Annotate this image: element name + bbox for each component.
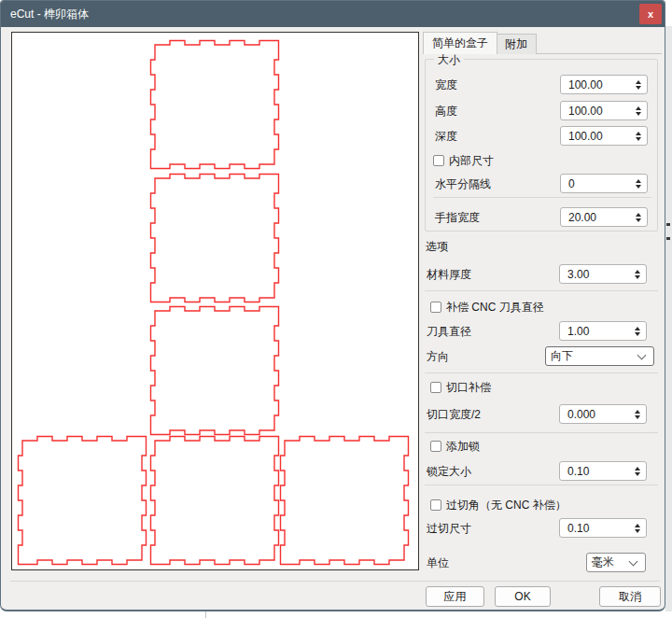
finger-width-value: 20.00 [561,211,632,224]
height-row: 高度 100.00 [426,101,657,120]
cnc-comp-label: 补偿 CNC 刀具直径 [446,300,544,316]
depth-value: 100.00 [561,130,632,143]
spinner-down-icon[interactable] [636,218,641,222]
tab-simple-box[interactable]: 简单的盒子 [423,32,497,54]
overcut-checkbox[interactable] [430,499,441,511]
lock-size-value: 0.10 [560,465,631,478]
background-app-mark [666,223,670,226]
spinner-up-icon[interactable] [636,213,641,217]
material-value: 3.00 [560,268,631,281]
separator [425,485,658,485]
screen: eCut - 榫卯箱体 x 简单的盒子 附加 大小 宽度 [0,0,672,618]
ok-button-label: OK [514,590,530,603]
inner-size-label: 内部尺寸 [449,153,494,169]
separator [425,372,658,373]
kerf-comp-label: 切口补偿 [446,380,491,396]
spinner-down-icon[interactable] [636,112,641,116]
close-icon: x [648,8,653,20]
spinner-up-icon[interactable] [636,132,641,135]
spinner-up-icon[interactable] [635,270,640,274]
spinner-down-icon[interactable] [635,332,640,336]
direction-dropdown[interactable]: 向下 [545,346,654,366]
size-group: 大小 宽度 100.00 高度 100.00 深度 [425,59,658,232]
height-label: 高度 [435,104,457,119]
dividers-value: 0 [561,177,632,190]
tool-dia-value: 1.00 [560,325,631,338]
apply-button[interactable]: 应用 [426,586,484,607]
material-row: 材料厚度 3.00 [423,264,662,284]
depth-spinner[interactable]: 100.00 [560,126,648,146]
ok-button[interactable]: OK [495,586,551,607]
direction-value: 向下 [546,348,638,364]
add-lock-label: 添加锁 [446,439,480,455]
kerf-half-label: 切口宽度/2 [427,407,481,423]
depth-label: 深度 [435,129,457,145]
spinner-down-icon[interactable] [636,137,641,141]
chevron-down-icon [629,556,638,566]
material-spinner[interactable]: 3.00 [559,264,647,284]
box-panel-outline [151,175,279,302]
background-guideline [205,611,206,618]
spinner-down-icon[interactable] [636,86,641,90]
size-group-title: 大小 [434,52,464,68]
kerf-half-row: 切口宽度/2 0.000 [423,404,662,424]
overcut-size-spinner[interactable]: 0.10 [559,518,647,538]
width-label: 宽度 [435,77,457,93]
box-panel-outline [151,437,279,565]
preview-canvas [11,32,419,570]
cancel-button-label: 取消 [619,589,641,605]
settings-panel: 简单的盒子 附加 大小 宽度 100.00 高度 [423,32,662,609]
spinner-down-icon[interactable] [635,529,640,533]
spinner-up-icon[interactable] [636,106,641,110]
spinner-up-icon[interactable] [636,179,641,183]
background-app-mark [666,237,670,240]
width-value: 100.00 [561,78,632,91]
spinner-down-icon[interactable] [635,275,640,279]
lock-size-spinner[interactable]: 0.10 [559,461,647,481]
separator [10,581,660,582]
cnc-comp-checkbox[interactable] [430,302,441,313]
cnc-comp-row: 补偿 CNC 刀具直径 [423,300,662,315]
overcut-row: 过切角（无 CNC 补偿） [423,498,662,513]
tab-additional[interactable]: 附加 [496,34,537,54]
dividers-row: 水平分隔线 0 [426,174,657,193]
spinner-up-icon[interactable] [635,524,640,527]
lock-size-label: 锁定大小 [427,464,471,480]
kerf-half-value: 0.000 [560,408,631,421]
add-lock-checkbox[interactable] [430,441,441,452]
close-button[interactable]: x [639,4,662,24]
spinner-up-icon[interactable] [635,467,640,471]
cancel-button[interactable]: 取消 [599,586,661,607]
title-bar[interactable]: eCut - 榫卯箱体 x [1,1,665,27]
dividers-spinner[interactable]: 0 [560,174,648,193]
kerf-comp-checkbox[interactable] [430,382,441,393]
spinner-down-icon[interactable] [635,415,640,419]
direction-row: 方向 向下 [423,346,662,366]
kerf-half-spinner[interactable]: 0.000 [559,404,647,424]
units-dropdown[interactable]: 毫米 [586,553,646,572]
tab-simple-box-label: 简单的盒子 [432,35,488,51]
spinner-up-icon[interactable] [635,327,640,330]
units-row: 单位 毫米 [423,553,662,572]
tab-bar: 简单的盒子 附加 [423,32,662,54]
finger-width-spinner[interactable]: 20.00 [560,207,648,227]
tab-additional-label: 附加 [505,36,527,52]
spinner-down-icon[interactable] [635,472,640,476]
inner-size-checkbox[interactable] [433,155,444,166]
overcut-label: 过切角（无 CNC 补偿） [446,498,567,513]
depth-row: 深度 100.00 [426,126,657,146]
tool-dia-spinner[interactable]: 1.00 [559,321,647,341]
box-panel-outline [151,41,279,169]
preview-svg [12,33,418,569]
width-row: 宽度 100.00 [426,75,657,94]
width-spinner[interactable]: 100.00 [560,75,648,94]
spinner-up-icon[interactable] [635,410,640,414]
height-value: 100.00 [561,105,632,118]
box-panel-outline [151,307,279,435]
spinner-up-icon[interactable] [636,80,641,84]
height-spinner[interactable]: 100.00 [560,101,648,120]
box-panel-outline [19,437,147,565]
apply-button-label: 应用 [444,589,467,605]
material-label: 材料厚度 [427,267,471,283]
spinner-down-icon[interactable] [636,185,641,189]
